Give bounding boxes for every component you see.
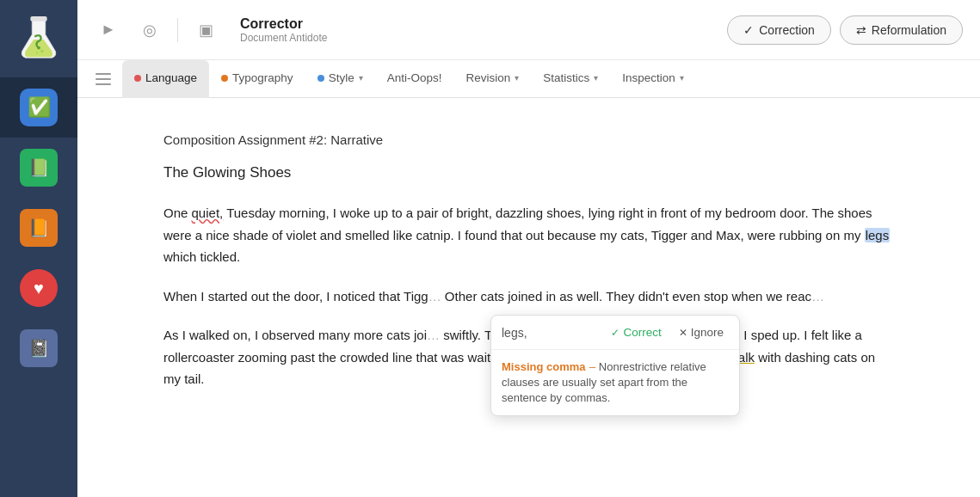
reformulation-button[interactable]: ⇄ Reformulation [840,15,963,45]
ignore-label: Ignore [691,326,724,339]
ignore-button[interactable]: ✕ Ignore [674,322,729,342]
check-icon: ✓ [743,23,754,37]
svg-rect-5 [96,78,111,80]
sidebar-item-favorites[interactable]: ♥ [0,258,77,318]
correct-check-icon: ✓ [611,327,619,339]
revision-chevron-icon: ▾ [515,73,519,83]
tab-language-label: Language [145,71,197,84]
divider [177,18,178,42]
tab-statistics[interactable]: Statistics ▾ [531,60,610,98]
error-popup: legs, ✓ Correct ✕ Ignore Missing comma –… [490,315,740,416]
style-dot [317,75,324,82]
tab-anti-oops-label: Anti-Oops! [387,71,442,84]
app-subtitle: Document Antidote [240,32,327,44]
tab-typography-label: Typography [232,71,293,84]
doc-title: Composition Assignment #2: Narrative [163,132,894,147]
document-area[interactable]: Composition Assignment #2: Narrative The… [77,98,980,497]
app-title-group: Corrector Document Antidote [240,16,327,44]
topbar-actions: ✓ Correction ⇄ Reformulation [727,15,963,45]
tab-style-label: Style [329,71,354,84]
app-logo[interactable] [0,0,77,77]
topbar: ► ◎ ▣ Corrector Document Antidote ✓ Corr… [77,0,980,60]
popup-error-type: Missing comma [502,360,586,373]
svg-point-3 [36,52,39,54]
sidebar: ✅ 📗 📙 ♥ 📓 [0,0,77,497]
error-quiet[interactable]: quiet, [192,206,224,220]
tab-inspection-label: Inspection [622,71,675,84]
share-icon[interactable]: ◎ [136,16,163,44]
document-icon[interactable]: ▣ [192,16,219,44]
correct-button[interactable]: ✓ Correct [606,322,666,342]
tab-style[interactable]: Style ▾ [305,60,375,98]
inspection-chevron-icon: ▾ [680,73,684,83]
ignore-x-icon: ✕ [679,327,687,339]
sidebar-toggle-icon[interactable] [91,67,115,91]
correction-button[interactable]: ✓ Correction [727,15,831,45]
send-icon[interactable]: ► [95,16,122,44]
error-legs[interactable]: legs [865,228,891,242]
sidebar-item-green-book[interactable]: 📗 [0,138,77,198]
sidebar-item-orange-book[interactable]: 📙 [0,198,77,258]
reform-icon: ⇄ [856,23,866,37]
tab-language[interactable]: Language [122,60,209,98]
app-name: Corrector [240,16,327,32]
tab-inspection[interactable]: Inspection ▾ [610,60,696,98]
statistics-chevron-icon: ▾ [594,73,598,83]
typography-dot [221,75,228,82]
tab-statistics-label: Statistics [543,71,589,84]
main-panel: ► ◎ ▣ Corrector Document Antidote ✓ Corr… [77,0,980,497]
tabbar: Language Typography Style ▾ Anti-Oops! R… [77,60,980,98]
popup-word: legs, [502,326,527,340]
popup-header: legs, ✓ Correct ✕ Ignore [491,316,739,350]
popup-dash: – [589,360,599,373]
sidebar-item-corrector[interactable]: ✅ [0,77,77,138]
svg-rect-6 [96,83,111,85]
svg-rect-0 [30,16,46,21]
correct-label: Correct [623,326,661,339]
svg-rect-4 [96,73,111,75]
popup-body: Missing comma – Nonrestrictive relative … [491,350,739,415]
tab-anti-oops[interactable]: Anti-Oops! [375,60,454,98]
tab-typography[interactable]: Typography [209,60,305,98]
correction-label: Correction [759,23,815,37]
sidebar-item-notebook[interactable]: 📓 [0,318,77,378]
language-dot [134,75,141,82]
doc-paragraph-2: When I started out the door, I noticed t… [163,285,894,308]
svg-point-2 [40,50,44,53]
style-chevron-icon: ▾ [359,73,363,83]
svg-point-1 [37,46,40,50]
reformulation-label: Reformulation [872,23,946,37]
tab-revision-label: Revision [465,71,510,84]
doc-subtitle: The Glowing Shoes [163,164,894,181]
doc-paragraph-1: One quiet, Tuesday morning, I woke up to… [163,202,894,268]
tab-revision[interactable]: Revision ▾ [453,60,531,98]
